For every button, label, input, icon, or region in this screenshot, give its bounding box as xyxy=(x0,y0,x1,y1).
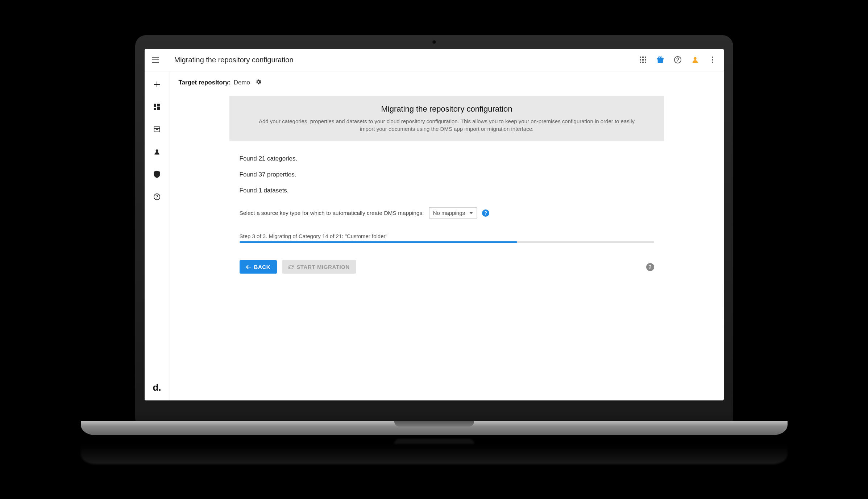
svg-rect-3 xyxy=(640,59,641,61)
footer-help-icon[interactable]: ? xyxy=(646,263,654,271)
mapping-help-icon[interactable]: ? xyxy=(482,209,489,217)
summary-properties: Found 37 properties. xyxy=(240,167,654,183)
progress-bar xyxy=(240,241,654,243)
sidebar-security[interactable] xyxy=(150,168,163,181)
laptop-base xyxy=(81,421,788,435)
card-title: Migrating the repository configuration xyxy=(240,104,654,114)
start-migration-button: START MIGRATION xyxy=(282,260,356,274)
sidebar-dashboard[interactable] xyxy=(150,100,163,113)
migration-card: Migrating the repository configuration A… xyxy=(229,96,664,286)
card-description: Add your categories, properties and data… xyxy=(251,117,643,133)
svg-point-22 xyxy=(157,198,157,199)
summary-categories: Found 21 categories. xyxy=(240,151,654,167)
page-title: Migrating the repository configuration xyxy=(174,56,294,64)
svg-point-13 xyxy=(712,59,713,61)
progress-section: Step 3 of 3. Migrating of Category 14 of… xyxy=(240,233,654,243)
svg-rect-7 xyxy=(642,62,644,63)
progress-fill xyxy=(240,241,517,243)
gift-icon[interactable] xyxy=(656,55,665,65)
laptop-reflection xyxy=(81,439,788,464)
topbar-right xyxy=(638,55,717,65)
svg-rect-5 xyxy=(645,59,646,61)
user-icon[interactable] xyxy=(690,55,700,65)
svg-point-11 xyxy=(694,57,696,60)
summary-datasets: Found 1 datasets. xyxy=(240,183,654,199)
target-label: Target repository: xyxy=(179,79,231,86)
arrow-left-icon xyxy=(246,265,251,269)
target-repo-row: Target repository: Demo xyxy=(170,71,724,93)
app-body: d. Target repository: Demo Migrating the… xyxy=(145,71,724,400)
menu-button[interactable] xyxy=(150,54,161,66)
help-icon[interactable] xyxy=(673,55,682,65)
card-header: Migrating the repository configuration A… xyxy=(229,96,664,141)
gear-icon[interactable] xyxy=(255,79,262,87)
mapping-select[interactable]: No mappings xyxy=(429,207,477,219)
sidebar-users[interactable] xyxy=(150,145,163,158)
card-body: Found 21 categories. Found 37 properties… xyxy=(229,141,664,286)
webcam xyxy=(432,40,436,44)
svg-point-12 xyxy=(712,57,713,58)
laptop-lid: Migrating the repository configuration xyxy=(135,35,733,422)
app-screen: Migrating the repository configuration xyxy=(145,49,724,400)
chevron-down-icon xyxy=(469,212,473,214)
topbar: Migrating the repository configuration xyxy=(145,49,724,71)
svg-point-10 xyxy=(677,62,678,62)
target-value: Demo xyxy=(234,79,250,86)
svg-rect-4 xyxy=(642,59,644,61)
sidebar-add[interactable] xyxy=(150,78,163,91)
svg-rect-2 xyxy=(645,57,646,58)
svg-point-14 xyxy=(712,62,713,63)
mapping-selected: No mappings xyxy=(433,210,465,216)
svg-rect-17 xyxy=(154,108,156,110)
sidebar-archive[interactable] xyxy=(150,123,163,136)
start-label: START MIGRATION xyxy=(296,264,350,270)
back-label: BACK xyxy=(254,264,271,270)
svg-rect-15 xyxy=(154,104,156,107)
svg-rect-0 xyxy=(640,57,641,58)
content-area: Target repository: Demo Migrating the re… xyxy=(170,71,724,400)
sidebar-help[interactable] xyxy=(150,190,163,203)
sidebar: d. xyxy=(145,71,170,400)
more-vertical-icon[interactable] xyxy=(708,55,717,65)
summary-list: Found 21 categories. Found 37 properties… xyxy=(240,151,654,199)
svg-rect-16 xyxy=(157,104,160,106)
progress-label: Step 3 of 3. Migrating of Category 14 of… xyxy=(240,233,654,239)
svg-rect-1 xyxy=(642,57,644,58)
sidebar-logo[interactable]: d. xyxy=(153,382,161,393)
svg-point-20 xyxy=(156,149,158,152)
refresh-icon xyxy=(288,265,294,270)
laptop-notch xyxy=(394,421,474,427)
mapping-row: Select a source key type for which to au… xyxy=(240,207,654,219)
mapping-label: Select a source key type for which to au… xyxy=(240,210,424,216)
laptop-mockup: Migrating the repository configuration xyxy=(135,35,733,464)
svg-rect-18 xyxy=(157,107,160,110)
apps-grid-icon[interactable] xyxy=(638,55,648,65)
back-button[interactable]: BACK xyxy=(240,260,277,274)
action-row: BACK START MIGRATION ? xyxy=(240,260,654,280)
svg-rect-6 xyxy=(640,62,641,63)
svg-rect-8 xyxy=(645,62,646,63)
